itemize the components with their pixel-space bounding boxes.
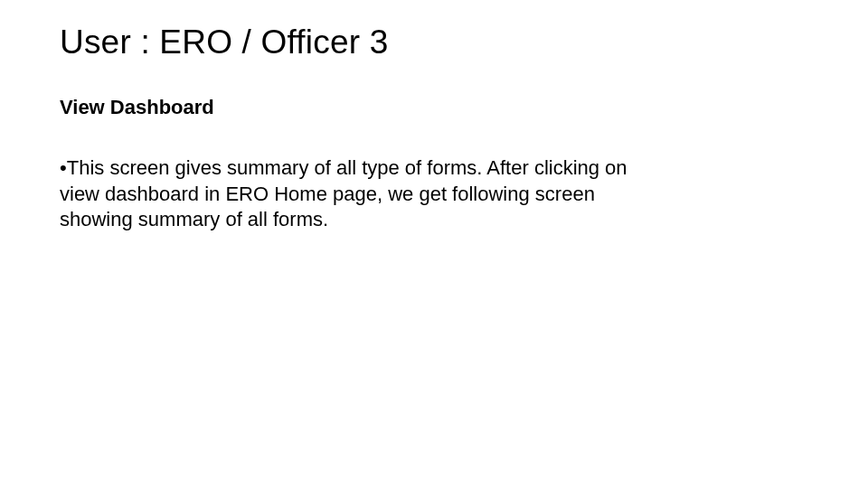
bullet-mark: • — [60, 156, 67, 179]
slide-subtitle: View Dashboard — [60, 96, 808, 119]
slide-title: User : ERO / Officer 3 — [60, 23, 808, 61]
bullet-text: This screen gives summary of all type of… — [60, 156, 627, 230]
bullet-item: •This screen gives summary of all type o… — [60, 155, 638, 233]
